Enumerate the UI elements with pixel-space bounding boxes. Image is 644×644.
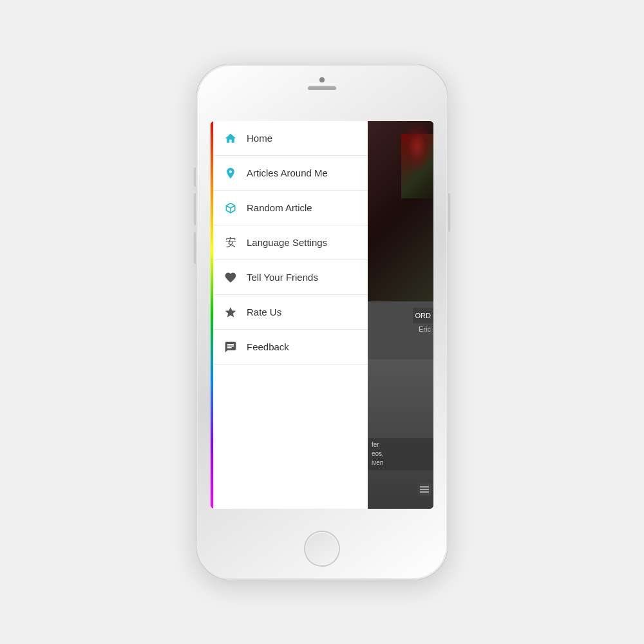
home-button[interactable]	[305, 532, 339, 565]
phone-top-elements	[308, 77, 336, 90]
phone-screen: Home Articles Around Me	[211, 121, 433, 509]
eric-overlay-text: Eric	[416, 324, 433, 334]
app-top-image	[368, 121, 433, 301]
menu-label-random-article: Random Article	[247, 202, 312, 213]
location-icon	[223, 166, 238, 180]
app-background-content: EN ORD Eric	[368, 121, 433, 509]
power-button	[448, 193, 450, 232]
phone-device: Home Articles Around Me	[196, 64, 448, 580]
bottom-text-line3: iven	[372, 459, 430, 468]
mute-button	[194, 167, 196, 187]
speaker	[308, 86, 336, 90]
front-camera	[319, 77, 325, 82]
menu-item-home[interactable]: Home	[213, 121, 368, 156]
list-line-1	[420, 486, 429, 488]
menu-item-language-settings[interactable]: 安 Language Settings	[213, 225, 368, 260]
menu-item-feedback[interactable]: Feedback	[213, 330, 368, 365]
star-icon	[223, 305, 238, 319]
menu-label-articles-around-me: Articles Around Me	[247, 167, 328, 178]
volume-up-button	[194, 193, 196, 225]
list-icon	[418, 483, 431, 496]
ord-overlay-text: ORD	[413, 308, 433, 323]
bottom-text-line2: eos,	[372, 450, 430, 459]
list-line-2	[420, 489, 429, 490]
menu-item-articles-around-me[interactable]: Articles Around Me	[213, 156, 368, 191]
home-icon	[223, 131, 238, 146]
menu-label-language-settings: Language Settings	[247, 237, 327, 248]
menu-item-tell-friends[interactable]: Tell Your Friends	[213, 260, 368, 295]
chat-icon	[223, 340, 238, 354]
screen-content: Home Articles Around Me	[211, 121, 433, 509]
menu-item-random-article[interactable]: Random Article	[213, 191, 368, 225]
ord-text: ORD	[415, 312, 431, 319]
bottom-text-line1: fer	[372, 440, 430, 450]
drawer-menu: Home Articles Around Me	[213, 121, 368, 509]
menu-label-home: Home	[247, 133, 272, 144]
eric-text: Eric	[419, 325, 431, 333]
cube-icon	[223, 201, 238, 215]
heart-icon	[223, 270, 238, 285]
bottom-text-area: fer eos, iven	[368, 438, 433, 470]
language-icon: 安	[223, 236, 238, 250]
menu-label-tell-friends: Tell Your Friends	[247, 272, 318, 283]
list-line-3	[420, 491, 429, 493]
menu-label-rate-us: Rate Us	[247, 307, 281, 317]
menu-item-rate-us[interactable]: Rate Us	[213, 295, 368, 330]
volume-down-button	[194, 232, 196, 264]
menu-label-feedback: Feedback	[247, 341, 289, 352]
app-middle-content: fer eos, iven	[368, 359, 433, 509]
